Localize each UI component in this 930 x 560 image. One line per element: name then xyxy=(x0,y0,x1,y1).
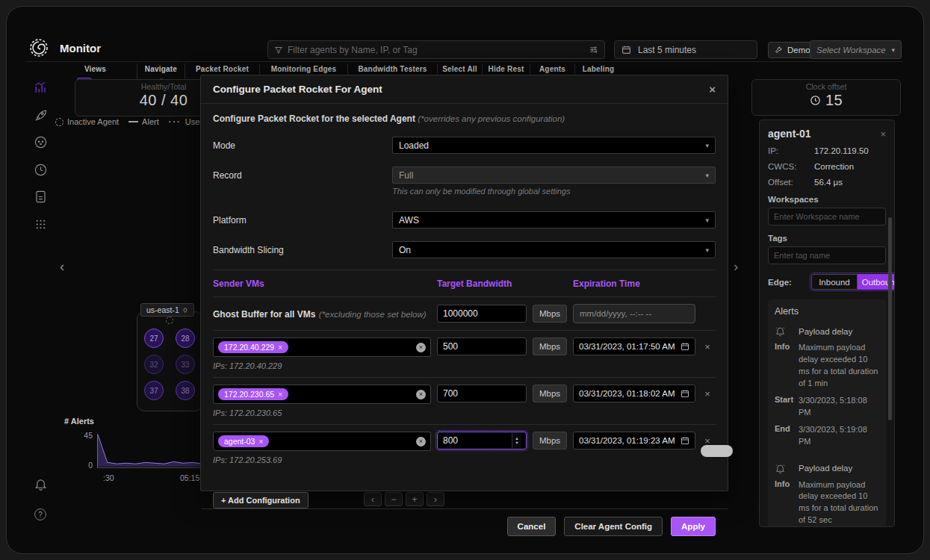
chevron-down-icon: ▾ xyxy=(705,246,709,254)
modal-description: Configure Packet Rocket for the selected… xyxy=(213,113,415,124)
chevron-down-icon: ▾ xyxy=(705,172,709,179)
help-icon[interactable]: ? xyxy=(33,507,48,522)
inactive-agent-icon xyxy=(55,118,63,126)
sidebar-item-apps-grid[interactable] xyxy=(33,217,48,231)
sender-vm-select[interactable]: agent-03× × xyxy=(213,432,431,451)
expiration-datetime-input[interactable]: 03/31/2023, 01:19:23 AM xyxy=(573,432,695,449)
modal-close-icon[interactable]: × xyxy=(709,83,716,96)
bandwidth-input[interactable] xyxy=(437,337,527,355)
agent-offset: 56.4 μs xyxy=(814,178,843,187)
map-pan-left-icon[interactable]: ‹ xyxy=(60,258,64,275)
modal-title: Configure Packet Rocket For Agent xyxy=(213,84,382,95)
remove-tag-icon[interactable]: × xyxy=(258,438,263,446)
edge-inbound-button[interactable]: Inbound xyxy=(811,274,858,290)
region-label[interactable]: us-east-1 xyxy=(140,303,194,317)
region-group: 27 28 32 33 37 38 xyxy=(137,311,202,411)
y-tick-45: 45 xyxy=(76,431,93,440)
vm-ips: IPs: 172.20.253.69 xyxy=(213,455,431,464)
agent-filter-input[interactable]: Filter agents by Name, IP, or Tag xyxy=(267,40,605,59)
app-logo-icon xyxy=(28,37,49,58)
clear-select-icon[interactable]: × xyxy=(416,437,426,447)
chevron-down-icon: ▾ xyxy=(705,142,709,149)
calendar-icon[interactable] xyxy=(681,389,689,398)
platform-select[interactable]: AWS ▾ xyxy=(392,211,716,228)
sidebar-item-monitor[interactable] xyxy=(33,80,48,95)
notifications-bell-icon[interactable] xyxy=(33,476,48,491)
alarm-bell-icon xyxy=(775,326,786,337)
record-select: Full ▾ xyxy=(392,167,716,184)
sender-vm-select[interactable]: 172.20.230.65× × xyxy=(213,385,431,404)
clock-icon xyxy=(810,95,821,106)
edge-toggle: Inbound Outbound xyxy=(811,274,895,290)
apply-button[interactable]: Apply xyxy=(671,517,716,536)
agent-node[interactable]: 38 xyxy=(176,381,195,400)
clear-agent-config-button[interactable]: Clear Agent Config xyxy=(564,517,663,536)
alerts-card: Alerts Payload delay Info Maximum payloa… xyxy=(768,299,886,527)
sidebar-item-agents[interactable] xyxy=(33,134,48,149)
funnel-icon xyxy=(274,46,283,55)
calendar-icon[interactable] xyxy=(681,342,689,351)
bandwidth-slicing-select[interactable]: On ▾ xyxy=(392,241,716,258)
bandwidth-input[interactable] xyxy=(437,385,527,402)
region-mini-agent-icon xyxy=(166,317,173,324)
ghost-buffer-label: Ghost Buffer for all VMs xyxy=(213,309,315,320)
add-configuration-button[interactable]: + Add Configuration xyxy=(213,492,309,508)
ghost-expiration-input[interactable] xyxy=(573,304,695,323)
col-expiration-time: Expiration Time xyxy=(573,279,695,289)
agent-detail-panel: agent-01 × IP:172.20.119.50 CWCS:Correct… xyxy=(759,119,895,527)
vm-config-row: 172.20.40.229× × IPs: 172.20.40.229 Mbps… xyxy=(213,331,716,378)
bandwidth-slicing-label: Bandwidth Slicing xyxy=(213,245,392,255)
clear-select-icon[interactable]: × xyxy=(416,343,426,352)
ghost-bandwidth-input[interactable] xyxy=(437,305,527,323)
unit-label: Mbps xyxy=(533,337,567,355)
agent-node[interactable]: 32 xyxy=(144,355,164,374)
vm-tag-pill[interactable]: agent-03× xyxy=(218,435,269,447)
agent-node[interactable]: 37 xyxy=(144,381,164,400)
workspace-name-input[interactable] xyxy=(768,208,886,225)
filter-settings-icon[interactable] xyxy=(589,45,598,55)
col-sender-vms: Sender VMs xyxy=(213,279,431,289)
y-tick-0: 0 xyxy=(76,461,93,470)
cancel-button[interactable]: Cancel xyxy=(507,517,557,536)
x-tick-30: :30 xyxy=(103,473,114,482)
mode-select[interactable]: Loaded ▾ xyxy=(392,137,716,154)
time-range-value: Last 5 minutes xyxy=(638,45,696,55)
expiration-datetime-input[interactable]: 03/31/2023, 01:17:50 AM xyxy=(573,337,695,355)
remove-row-icon[interactable]: × xyxy=(701,341,713,352)
agent-node[interactable]: 33 xyxy=(176,355,195,374)
header-divider xyxy=(27,61,902,62)
edge-label: Edge: xyxy=(768,278,792,287)
remove-tag-icon[interactable]: × xyxy=(278,343,282,352)
alarm-bell-icon xyxy=(775,463,786,474)
clear-select-icon[interactable]: × xyxy=(416,390,426,399)
agent-ip: 172.20.119.50 xyxy=(814,146,869,155)
remove-row-icon[interactable]: × xyxy=(701,388,713,399)
demo-label: Demo xyxy=(787,46,810,55)
record-label: Record xyxy=(213,170,392,181)
map-pan-right-icon[interactable]: › xyxy=(734,258,738,275)
vm-tag-pill[interactable]: 172.20.40.229× xyxy=(218,341,288,353)
tag-name-input[interactable] xyxy=(768,246,886,264)
platform-label: Platform xyxy=(213,215,392,225)
agent-node[interactable]: 27 xyxy=(144,329,164,348)
calendar-icon xyxy=(621,45,631,55)
calendar-icon[interactable] xyxy=(681,436,689,445)
alert-line-icon xyxy=(128,121,138,122)
remove-tag-icon[interactable]: × xyxy=(278,391,282,399)
vm-tag-pill[interactable]: 172.20.230.65× xyxy=(218,388,288,400)
sender-vm-select[interactable]: 172.20.40.229× × xyxy=(213,337,431,357)
configure-packet-rocket-modal: Configure Packet Rocket For Agent × Conf… xyxy=(200,75,728,491)
agent-node[interactable]: 28 xyxy=(176,329,195,348)
close-icon[interactable]: × xyxy=(880,128,886,140)
number-stepper-icon[interactable]: ▲▼ xyxy=(512,433,521,448)
record-note: This can only be modified through global… xyxy=(392,187,716,196)
x-tick-0515: 05:15 xyxy=(180,473,199,482)
mode-label: Mode xyxy=(213,140,392,151)
sidebar-item-packet-rocket[interactable] xyxy=(33,108,48,122)
sidebar-item-reports[interactable] xyxy=(33,189,48,204)
workspace-select[interactable]: Select Workspace ▾ xyxy=(810,40,902,59)
sidebar-item-history[interactable] xyxy=(33,162,48,177)
time-range-picker[interactable]: Last 5 minutes xyxy=(614,40,757,59)
panel-scrollbar[interactable] xyxy=(888,217,892,420)
expiration-datetime-input[interactable]: 03/31/2023, 01:18:02 AM xyxy=(573,385,695,402)
